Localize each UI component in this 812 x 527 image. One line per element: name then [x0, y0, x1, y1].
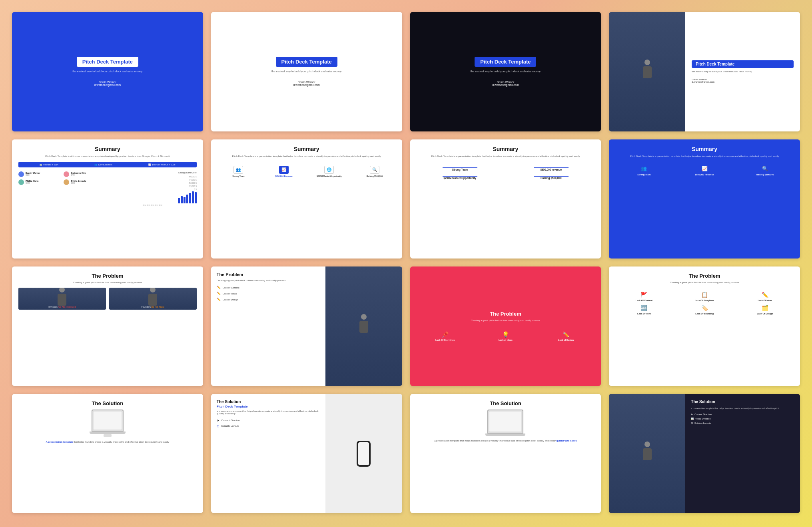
cover-tagline: the easiest way to build your pitch deck… [692, 70, 794, 73]
slide-summary-blue: Summary Pitch Deck Template is a present… [609, 139, 800, 259]
list-item: ✏️ Lack of Content [217, 286, 320, 289]
summary-title: Summary [217, 146, 396, 152]
slide-summary-team: Summary Pitch Deck Template is all-in-on… [12, 139, 203, 259]
cover-title: Pitch Deck Template [475, 57, 536, 67]
solution-desc: A presentation template that helps found… [417, 439, 595, 442]
search-icon: 🔍 [762, 166, 768, 171]
member-info: Darrin Warner CEO [26, 172, 40, 176]
slide-problem-red: The Problem Creating a great pitch deck … [410, 266, 601, 386]
avatar [64, 171, 69, 177]
solution-desc: a presentation template that helps found… [217, 410, 320, 415]
solution-subtitle: Pitch Deck Template [217, 405, 320, 408]
chart-years: 2014 2015 2016 2017 2018 [108, 204, 197, 206]
bookmark-icon: 📌 [442, 331, 449, 338]
founders-status: Do Not Know [152, 306, 164, 308]
summary-title: Summary [417, 146, 595, 152]
cover-content: Pitch Deck Template the easiest way to b… [685, 12, 800, 131]
solution-highlight: quickly and easily [556, 439, 577, 442]
icon-item-market: 🌐 $250M Market Opportunity [308, 166, 350, 177]
slide-summary-icons: Summary Pitch Deck Template is a present… [211, 139, 402, 259]
problem-image-investors: Investors Are Not Interested [18, 288, 106, 310]
laptop-container [417, 410, 595, 436]
icon-item-content: 🚩 Lack Of Content [615, 292, 672, 302]
stat-item: $250M Market Opportunity [417, 175, 504, 179]
bar-revenue: 📈 $850,000 revenue in 2018 [148, 163, 175, 166]
arrow-icon: ➤ [691, 413, 693, 416]
stat-label: Strong Team [417, 168, 504, 171]
stat-label: Raising $500,000 [507, 177, 595, 179]
solution-title: The Solution [18, 400, 197, 406]
icon-item-design: 🗂️ Lack Of Design [736, 305, 794, 315]
cover-author: Darrin Warner d.warner@gmail.com [94, 81, 121, 86]
icon-label: Lack Of Ideas [758, 299, 772, 302]
bullet-layouts: ⊞ Editable Layouts [691, 422, 794, 424]
icon-item-font: 🔤 Lack Of Font [615, 305, 672, 315]
summary-desc: Pitch Deck Template is all-in-one presen… [18, 155, 197, 158]
member-info: Sylvia Estrada COO [71, 180, 86, 184]
icon-label: $850,000 Revenue [275, 175, 292, 177]
slide-solution-laptop2: The Solution A presentation template tha… [410, 394, 601, 513]
avatar [64, 179, 69, 185]
font-icon: 🔤 [640, 305, 647, 311]
list-item: ✏️ Lack of Ideas [217, 292, 320, 295]
summary-title: Summary [18, 146, 197, 152]
grid-icon: ⊞ [217, 424, 219, 428]
phone-shape [357, 441, 371, 467]
bulb-icon: 💡 [502, 331, 509, 338]
pencil-icon: ✏️ [217, 298, 221, 301]
cover-tagline: the easiest way to build your pitch deck… [271, 70, 342, 73]
chart-icon: 📈 [279, 166, 289, 174]
bar-item [195, 192, 197, 203]
laptop-screen [94, 412, 122, 430]
laptop-icon-group [485, 410, 525, 436]
member-info: Phillip Mann CMO [26, 180, 38, 184]
list-item: ✏️ Lack of Design [217, 298, 320, 301]
problem-title: The Problem [217, 272, 320, 277]
cover-author: Darrin Warner d.warner@gmail.com [492, 81, 519, 86]
icon-item-branding: 🏷️ Lack Of Branding [676, 305, 733, 315]
team-list: Darrin Warner CEO Katherine Kim CTO Phil… [18, 171, 107, 185]
chart-icon: 📊 [691, 418, 694, 420]
icon-item-ideas: ✏️ Lack Of Ideas [736, 292, 794, 302]
summary-bar: 🏢 Founded in 2014 👥 1200 customers 📈 $85… [18, 162, 197, 167]
stat-label: $250M Market Opportunity [417, 177, 504, 179]
cover-author: Darrin Warner d.warner@gmail.com [293, 81, 320, 86]
icon-item-revenue: 📈 $850,000 Revenue [676, 166, 733, 176]
solution-dark-image [609, 394, 685, 513]
problem-images: Investors Are Not Interested Founders Do… [18, 288, 197, 310]
bar-item [186, 195, 188, 203]
summary-title: Summary [615, 146, 794, 152]
icon-label: Lack Of Storylines [435, 339, 455, 341]
problem-desc: Creating a great pitch deck is time cons… [417, 319, 595, 322]
pencil-icon: ✏️ [217, 292, 221, 295]
laptop-screen [489, 412, 521, 432]
bar-chart [108, 191, 197, 203]
grid-icon: 🗂️ [762, 305, 768, 311]
icon-label: $850,000 Revenue [695, 173, 714, 176]
flag-icon: 🚩 [640, 292, 647, 298]
icon-label: Strong Team [637, 173, 650, 176]
problem-desc: Creating a great pitch deck is time cons… [217, 279, 320, 282]
stat-item: Strong Team [417, 167, 504, 171]
icon-label: Lack of Design [558, 339, 574, 341]
laptop-container [18, 410, 197, 437]
pencil-icon: ✏️ [563, 331, 569, 338]
cover-title: Pitch Deck Template [692, 60, 794, 68]
stat-item: $850,000 revenue [507, 167, 595, 171]
pencil-icon: ✏️ [762, 292, 768, 298]
slide-problem-images: The Problem Creating a great pitch deck … [12, 266, 203, 386]
cover-title: Pitch Deck Template [77, 57, 138, 67]
slide-cover-photo: Pitch Deck Template the easiest way to b… [609, 12, 800, 131]
summary-blue-icons: 👥 Strong Team 📈 $850,000 Revenue 🔍 Raisi… [615, 166, 794, 176]
slide-cover-white: Pitch Deck Template the easiest way to b… [211, 12, 402, 131]
bullet-content: ➤ Content Direction [217, 419, 320, 422]
icon-label: Raising $500,000 [756, 173, 774, 176]
cover-tagline: the easiest way to build your pitch deck… [72, 70, 143, 73]
laptop-base [485, 434, 525, 436]
bar-item [184, 197, 186, 203]
problem-desc: Creating a great pitch deck is time cons… [18, 281, 197, 284]
problem-title: The Problem [18, 273, 197, 279]
icon-label: Strong Team [232, 175, 244, 177]
solution-title: The Solution [417, 400, 595, 406]
cover-title: Pitch Deck Template [276, 57, 337, 67]
